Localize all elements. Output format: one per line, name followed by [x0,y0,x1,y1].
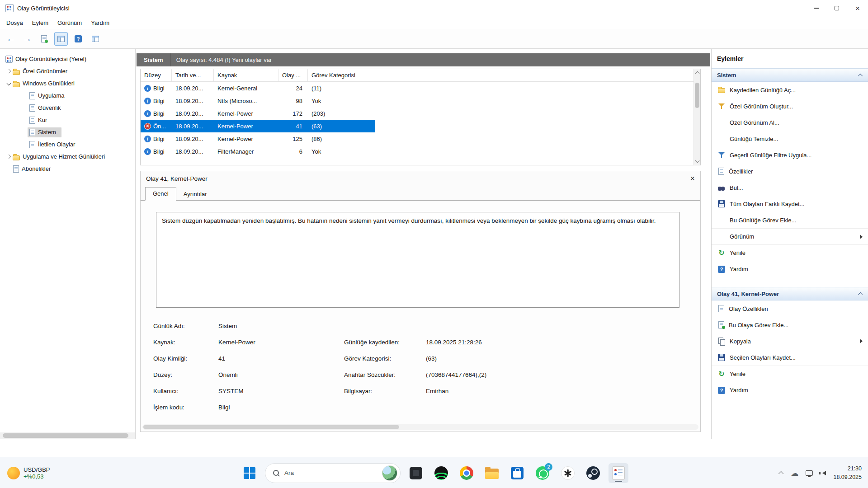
tab-genel[interactable]: Genel [145,187,176,201]
action-help-event[interactable]: Yardım [712,382,868,398]
table-row[interactable]: Bilgi 18.09.20... Kernel-General 24 (11) [141,82,375,94]
column-tarih[interactable]: Tarih ve... [172,69,214,81]
taskbar-app-explorer[interactable] [482,463,502,483]
taskbar-app-whatsapp[interactable]: 2 [533,463,552,483]
action-copy[interactable]: Kopyala [712,333,868,349]
tree-selected-highlight: Sistem [28,127,61,137]
action-attach-task-to-event[interactable]: Bu Olaya Görev Ekle... [712,317,868,333]
onedrive-cloud-icon[interactable]: ☁ [791,469,798,478]
taskbar-app-event-viewer[interactable] [609,463,628,483]
tree-horizontal-scrollbar[interactable] [0,432,135,439]
search-placeholder: Ara [284,469,294,476]
action-refresh[interactable]: Yenile [712,244,868,261]
event-detail-pane: Olay 41, Kernel-Power × Genel Ayrıntılar… [140,171,701,432]
close-button[interactable]: × [847,0,868,16]
save-icon [718,354,725,361]
widget-change: +%0,53 [24,473,50,480]
field-value: Bilgi [218,404,344,411]
menu-eylem[interactable]: Eylem [28,18,53,28]
table-row[interactable]: Bilgi 18.09.20... Kernel-Power 125 (86) [141,132,375,145]
start-button[interactable] [240,463,259,483]
taskbar-app-chrome[interactable] [457,463,476,483]
info-level-icon [144,110,151,117]
event-count-summary: Olay sayısı: 4.484 (!) Yeni olaylar var [171,56,272,63]
menu-gorunum[interactable]: Görünüm [53,18,86,28]
table-row[interactable]: Bilgi 18.09.20... FilterManager 6 Yok [141,145,375,158]
action-filter-current-log[interactable]: Geçerli Günlüğe Filtre Uygula... [712,147,868,163]
actions-section-sistem[interactable]: Sistem [712,68,868,82]
log-icon [29,117,35,124]
action-attach-task[interactable]: Bu Günlüğe Görev Ekle... [712,212,868,228]
taskbar-search[interactable]: Ara [265,463,401,483]
collapse-icon[interactable] [858,292,863,296]
tree-item-sistem[interactable]: Sistem [0,126,135,138]
chevron-down-icon[interactable] [5,82,13,85]
action-save-selected-events[interactable]: Seçilen Olayları Kaydet... [712,349,868,366]
action-view-submenu[interactable]: Görünüm [712,228,868,244]
scrollbar-thumb[interactable] [143,425,399,429]
tree-item-uygulama[interactable]: Uygulama [0,89,135,102]
action-create-custom-view[interactable]: Özel Görünüm Oluştur... [712,98,868,114]
action-import-custom-view[interactable]: Özel Görünüm Al... [712,114,868,131]
scroll-down-icon[interactable] [695,159,700,163]
menu-dosya[interactable]: Dosya [2,18,28,28]
taskbar-app-steam[interactable] [583,463,603,483]
help-button[interactable] [71,32,85,46]
taskbar-app-dark[interactable] [406,463,426,483]
action-open-saved-log[interactable]: Kaydedilen Günlüğü Aç... [712,82,868,98]
chevron-right-icon[interactable] [5,70,13,73]
taskbar-app-chatgpt[interactable] [558,463,578,483]
tree-item-abonelikler[interactable]: Abonelikler [0,163,135,175]
open-saved-log-button[interactable] [37,32,51,46]
action-clear-log[interactable]: Günlüğü Temizle... [712,131,868,147]
taskbar-clock[interactable]: 21:30 18.09.2025 [833,465,862,482]
tree-item-uygulama-hizmet[interactable]: Uygulama ve Hizmet Günlükleri [0,150,135,163]
minimize-button[interactable] [806,0,826,16]
menu-yardim[interactable]: Yardım [86,18,114,28]
chevron-right-icon[interactable] [5,155,13,158]
table-vertical-scrollbar[interactable] [693,69,700,165]
tree-item-ozel-gorunumler[interactable]: Özel Görünümler [0,65,135,77]
forward-button[interactable]: → [21,33,33,44]
volume-icon[interactable] [820,471,826,475]
column-gorev[interactable]: Görev Kategorisi [308,69,375,81]
column-kaynak[interactable]: Kaynak [214,69,278,81]
tree-item-guvenlik[interactable]: Güvenlik [0,102,135,114]
taskbar-app-store[interactable] [507,463,527,483]
filter-icon [718,151,725,159]
tree-item-windows-gunlukleri[interactable]: Windows Günlükleri [0,77,135,89]
column-duzey[interactable]: Düzey [141,69,172,81]
actions-section-event[interactable]: Olay 41, Kernel-Power [712,287,868,300]
weather-stocks-widget[interactable]: USD/GBP +%0,53 [7,457,50,488]
network-icon[interactable] [806,470,813,476]
action-help[interactable]: Yardım [712,261,868,277]
back-button[interactable]: ← [5,33,17,44]
table-row-selected[interactable]: Ön... 18.09.20... Kernel-Power 41 (63) [141,120,375,132]
show-action-pane-button[interactable] [89,32,102,46]
column-olay[interactable]: Olay ... [278,69,308,81]
collapse-icon[interactable] [858,73,863,78]
scroll-up-icon[interactable] [695,71,700,76]
tab-ayrintilar[interactable]: Ayrıntılar [176,188,214,201]
action-save-all-events[interactable]: Tüm Olayları Farklı Kaydet... [712,196,868,212]
table-row[interactable]: Bilgi 18.09.20... Kernel-Power 172 (203) [141,107,375,120]
action-event-properties[interactable]: Olay Özellikleri [712,300,868,317]
action-properties[interactable]: Özellikler [712,163,868,179]
critical-level-icon [144,123,151,130]
tree-item-iletilen-olaylar[interactable]: İletilen Olaylar [0,138,135,150]
detail-horizontal-scrollbar[interactable] [142,424,698,430]
scrollbar-thumb[interactable] [695,83,699,108]
hidden-icons-chevron[interactable] [778,471,783,476]
action-refresh-event[interactable]: Yenile [712,366,868,382]
field-value: 41 [218,355,344,362]
taskbar-app-spotify[interactable] [431,463,451,483]
maximize-button[interactable] [826,0,847,16]
tree-item-kur[interactable]: Kur [0,114,135,126]
table-row[interactable]: Bilgi 18.09.20... Ntfs (Microso... 98 Yo… [141,94,375,107]
tree-item-root[interactable]: Olay Görüntüleyicisi (Yerel) [0,53,135,65]
action-find[interactable]: Bul... [712,179,868,196]
detail-close-icon[interactable]: × [690,174,695,183]
scrollbar-thumb[interactable] [3,433,128,438]
help-icon [75,35,82,42]
show-console-tree-button[interactable] [54,32,68,46]
